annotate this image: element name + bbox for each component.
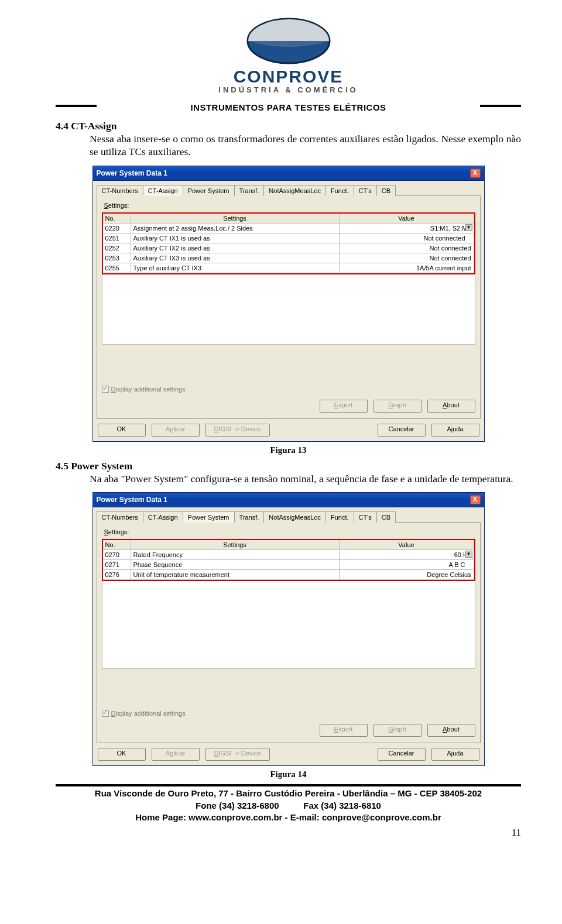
tab-funct-[interactable]: Funct. [325,511,354,523]
aplicar-button[interactable]: Aplicar [152,748,200,761]
table-row[interactable]: 0252Auxiliary CT IX2 is used asNot conne… [103,243,474,253]
chevron-down-icon[interactable]: ▼ [465,551,472,558]
conprove-logo-icon [230,12,347,70]
settings-grid-1: No. Settings Value 0220Assignment at 2 a… [102,212,475,274]
dialog2-titlebar: Power System Data 1 X [93,493,484,507]
table-row[interactable]: 0255Type of auxiliary CT IX31A/5A curren… [103,263,474,273]
footer-sep-text: - [285,812,290,822]
table-row[interactable]: 0253Auxiliary CT IX3 is used asNot conne… [103,253,474,263]
export-button[interactable]: Export [320,724,368,737]
ok-button[interactable]: OK [98,748,146,761]
cell-no: 0271 [103,560,131,569]
settings-label: Settings: [104,202,475,209]
grid-header: No. Settings Value [103,540,474,550]
graph-button[interactable]: Graph [373,400,422,413]
tab-transf-[interactable]: Transf. [234,511,265,523]
table-row[interactable]: 0251Auxiliary CT IX1 is used asNot conne… [103,233,474,243]
grid-filler [102,581,475,669]
section-4-4-title: 4.4 CT-Assign [56,120,116,132]
tab-transf-[interactable]: Transf. [234,185,265,196]
col-no: No. [103,540,131,549]
table-row[interactable]: 0271Phase SequenceA B C [103,560,474,570]
tab-ct-assign[interactable]: CT-Assign [143,185,183,196]
close-icon[interactable]: X [470,169,481,178]
cell-settings: Auxiliary CT IX1 is used as [131,233,340,243]
settings-grid-2: No. Settings Value 0270Rated Frequency60… [102,539,475,581]
tab-power-system[interactable]: Power System [183,185,235,196]
display-additional-label: Display additional settings [111,386,186,393]
digsi-device-button[interactable]: DIGSI -> Device [205,424,270,437]
table-row[interactable]: 0276Unit of temperature measurementDegre… [103,570,474,580]
chevron-down-icon[interactable]: ▼ [465,224,472,231]
cell-value[interactable]: 1A/5A current input [340,263,474,273]
help-button[interactable]: Ajuda [431,424,479,437]
settings-label: Settings: [104,528,475,535]
footer-line-1: Rua Visconde de Ouro Preto, 77 - Bairro … [56,788,521,799]
dialog1-button-row-top: Export Graph About [102,396,475,414]
tab-funct-[interactable]: Funct. [325,185,354,196]
tab-cb[interactable]: CB [376,511,396,523]
dialog2-button-row-top: Export Graph About [102,720,475,738]
tab-power-system[interactable]: Power System [183,511,235,523]
tab-notassigmeasloc[interactable]: NotAssigMeasLoc [263,511,326,523]
tab-ct-s[interactable]: CT's [354,185,377,196]
cancel-button[interactable]: Cancelar [378,748,426,761]
page-footer: Rua Visconde de Ouro Preto, 77 - Bairro … [56,788,521,823]
col-settings: Settings [131,214,340,223]
checkbox-icon [102,710,109,717]
checkbox-icon [102,386,109,393]
cell-value[interactable]: Not connected [340,233,474,243]
cell-value[interactable]: A B C [340,560,474,569]
help-button[interactable]: Ajuda [431,748,479,761]
cell-no: 0270 [103,550,131,559]
table-row[interactable]: 0220Assignment at 2 assig.Meas.Loc./ 2 S… [103,224,474,233]
dialog2-tabpanel: Settings: No. Settings Value 0270Rated F… [97,522,481,743]
tab-ct-s[interactable]: CT's [354,511,377,523]
col-no: No. [103,214,131,223]
cell-value[interactable]: S1:M1, S2:M2▼ [340,224,474,233]
tab-notassigmeasloc[interactable]: NotAssigMeasLoc [263,185,326,196]
close-icon[interactable]: X [470,495,481,504]
footer-line-3: Home Page: www.conprove.com.br - E-mail:… [56,812,521,823]
section-4-4: 4.4 CT-Assign Nessa aba insere-se o como… [56,120,521,159]
cell-value[interactable]: Not connected [340,253,474,263]
section-4-4-paragraph: Nessa aba insere-se o como os transforma… [90,133,521,159]
grid-filler [102,274,475,345]
cell-value[interactable]: 60 Hz▼ [340,550,474,559]
aplicar-button[interactable]: Aplicar [152,424,200,437]
table-row[interactable]: 0270Rated Frequency60 Hz▼ [103,550,474,560]
tab-ct-numbers[interactable]: CT-Numbers [97,185,143,196]
cell-settings: Assignment at 2 assig.Meas.Loc./ 2 Sides [131,224,340,233]
col-value: Value [340,214,474,223]
export-button[interactable]: Export [320,400,368,413]
section-4-5-paragraph: Na aba "Power System" configura-se a ten… [90,473,521,486]
about-button[interactable]: About [427,724,475,737]
dialog1-tabpanel: Settings: No. Settings Value 0220Assignm… [97,195,481,419]
page-number: 11 [56,827,521,839]
cell-settings: Phase Sequence [131,560,340,569]
col-settings: Settings [131,540,340,549]
cancel-button[interactable]: Cancelar [378,424,426,437]
dialog-ct-assign: Power System Data 1 X CT-NumbersCT-Assig… [92,166,485,442]
tab-ct-numbers[interactable]: CT-Numbers [97,511,143,523]
cell-value[interactable]: Degree Celsius [340,570,474,579]
section-4-5: 4.5 Power System Na aba "Power System" c… [56,460,521,486]
tab-cb[interactable]: CB [376,185,396,196]
logo-block: CONPROVE INDÚSTRIA & COMÉRCIO [56,12,521,94]
document-subtitle-row: INSTRUMENTOS PARA TESTES ELÉTRICOS [56,102,521,120]
graph-button[interactable]: Graph [373,724,422,737]
digsi-device-button[interactable]: DIGSI -> Device [205,748,270,761]
grid-header: No. Settings Value [103,214,474,224]
cell-settings: Rated Frequency [131,550,340,559]
cell-no: 0220 [103,224,131,233]
dialog1-titlebar: Power System Data 1 X [93,166,484,181]
footer-homepage: Home Page: www.conprove.com.br [135,812,282,822]
cell-settings: Type of auxiliary CT IX3 [131,263,340,273]
rule-left [56,105,97,107]
display-additional-row: Display additional settings [102,710,475,717]
dialog2-title: Power System Data 1 [97,496,167,504]
cell-value[interactable]: Not connected [340,243,474,253]
about-button[interactable]: About [427,400,475,413]
tab-ct-assign[interactable]: CT-Assign [143,511,183,523]
ok-button[interactable]: OK [98,424,146,437]
